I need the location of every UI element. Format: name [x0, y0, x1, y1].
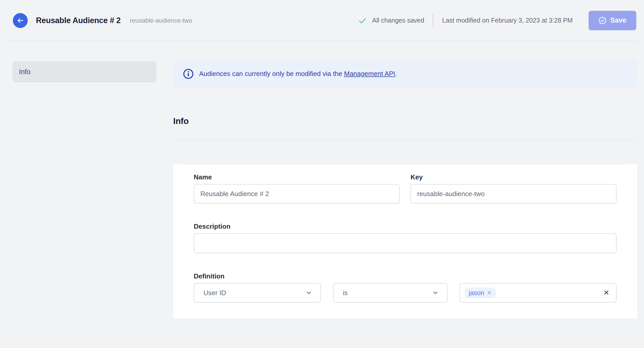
chevron-down-icon	[432, 289, 439, 296]
info-card: Name Key Description Definition	[173, 164, 637, 318]
definition-field-group: Definition User ID	[194, 272, 617, 303]
last-modified-text: Last modified on February 3, 2023 at 3:2…	[442, 17, 573, 24]
main-content: Audiences can currently only be modified…	[173, 41, 637, 324]
sidebar-item-info[interactable]: Info	[12, 61, 157, 82]
trait-select-value: User ID	[203, 289, 226, 297]
info-circle-icon	[183, 68, 194, 80]
operator-select[interactable]: is	[333, 283, 447, 303]
section-divider	[173, 140, 637, 140]
save-button-label: Save	[610, 16, 626, 24]
saved-check-icon	[358, 16, 367, 25]
clear-values-icon[interactable]: ✕	[603, 289, 609, 296]
banner-text-after: .	[395, 70, 397, 78]
info-form: Name Key Description Definition	[186, 165, 625, 318]
chevron-down-icon	[306, 289, 312, 296]
operator-select-value: is	[343, 289, 348, 297]
arrow-left-icon	[16, 16, 24, 25]
name-field-group: Name	[194, 173, 400, 204]
page-subtitle: reusable-audience-two	[130, 17, 192, 24]
section-title: Info	[173, 116, 637, 126]
name-label: Name	[194, 173, 400, 181]
value-chip-label: jason	[469, 289, 484, 297]
sidebar-item-label: Info	[19, 68, 31, 76]
banner-text: Audiences can currently only be modified…	[199, 70, 397, 78]
header-divider	[433, 14, 433, 27]
page-title: Reusable Audience # 2	[36, 16, 121, 25]
description-label: Description	[194, 223, 617, 230]
remove-value-icon[interactable]: ✕	[487, 290, 492, 296]
banner-text-before: Audiences can currently only be modified…	[199, 70, 344, 78]
management-api-link[interactable]: Management API	[344, 70, 395, 78]
circle-check-icon	[598, 16, 607, 25]
key-input[interactable]	[411, 184, 617, 204]
value-chip: jason ✕	[465, 287, 496, 298]
audience-edit-page: Reusable Audience # 2 reusable-audience-…	[0, 0, 644, 324]
header-actions: All changes saved Last modified on Febru…	[358, 11, 636, 30]
definition-row: User ID is	[194, 283, 617, 303]
name-input[interactable]	[194, 184, 400, 204]
save-button[interactable]: Save	[589, 11, 636, 30]
description-input[interactable]	[194, 233, 617, 253]
key-field-group: Key	[411, 173, 617, 204]
back-button[interactable]	[13, 13, 28, 28]
save-status-text: All changes saved	[372, 17, 424, 24]
header: Reusable Audience # 2 reusable-audience-…	[0, 0, 644, 41]
sidebar: Info	[0, 41, 173, 82]
description-field-group: Description	[194, 223, 617, 253]
values-input[interactable]: jason ✕ ✕	[460, 283, 617, 303]
key-label: Key	[411, 173, 617, 181]
trait-select[interactable]: User ID	[194, 283, 321, 303]
info-banner: Audiences can currently only be modified…	[173, 60, 637, 87]
definition-label: Definition	[194, 272, 617, 280]
